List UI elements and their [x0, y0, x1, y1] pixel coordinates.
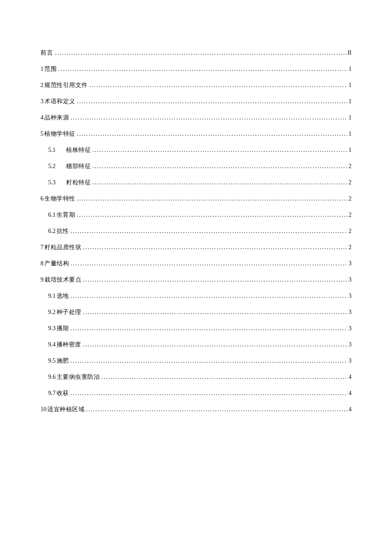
toc-entry: 9.4播种密度3	[48, 341, 352, 349]
toc-entry: 9.6主要病虫害防治4	[48, 373, 352, 381]
toc-entry-number: 2	[40, 82, 43, 89]
toc-dot-leader	[75, 195, 348, 202]
toc-entry-title: 适宜种植区域	[47, 406, 84, 413]
toc-entry-page: 1	[347, 114, 352, 121]
toc-entry: 前言II	[40, 49, 352, 57]
toc-entry-page: 3	[347, 325, 352, 332]
toc-entry-number: 6	[40, 195, 43, 202]
toc-entry-number: 5.3	[48, 179, 66, 186]
toc-dot-leader	[69, 325, 348, 332]
toc-dot-leader	[57, 66, 347, 73]
toc-dot-leader	[69, 260, 347, 267]
toc-entry-page: 3	[347, 293, 352, 299]
toc-entry-page: 1	[347, 131, 352, 137]
toc-entry-number: 9.2	[48, 309, 56, 316]
table-of-contents: 前言II1范围12规范性引用文件13术语和定义14品种来源15植物学特征15.1…	[40, 49, 352, 422]
toc-entry: 9.7收获4	[48, 389, 352, 397]
toc-entry-title: 抗性	[57, 227, 69, 235]
toc-entry: 10适宜种植区域4	[40, 406, 352, 413]
toc-entry: 9.3播期3	[48, 325, 352, 332]
toc-entry-number: 9.1	[48, 293, 56, 299]
toc-entry-page: 4	[347, 390, 352, 397]
toc-entry-page: 1	[347, 82, 352, 89]
toc-dot-leader	[69, 293, 348, 299]
toc-entry: 5.1植株特征1	[48, 146, 352, 154]
toc-entry-page: 2	[347, 244, 352, 251]
toc-entry-page: 1	[347, 66, 352, 73]
toc-entry-title: 产量结构	[44, 260, 69, 267]
toc-entry-page: 3	[347, 260, 352, 267]
toc-entry-title: 植物学特征	[44, 130, 75, 138]
toc-entry-number: 5.1	[48, 147, 66, 154]
toc-entry-page: 2	[347, 163, 352, 170]
toc-dot-leader	[100, 374, 347, 381]
toc-entry: 8产量结构3	[40, 260, 352, 267]
toc-entry-title: 植株特征	[66, 146, 91, 154]
toc-entry-number: 8	[40, 260, 43, 267]
toc-entry-number: 9.4	[48, 341, 56, 348]
toc-entry-title: 术语和定义	[44, 98, 75, 105]
toc-entry-page: 2	[347, 195, 352, 202]
toc-dot-leader	[81, 244, 347, 251]
toc-dot-leader	[75, 98, 348, 105]
toc-entry-number: 5	[40, 131, 43, 137]
toc-dot-leader	[75, 212, 347, 218]
toc-entry: 4品种来源1	[40, 114, 352, 122]
toc-dot-leader	[69, 390, 348, 397]
toc-entry-number: 1	[40, 66, 43, 73]
toc-entry: 2规范性引用文件1	[40, 81, 352, 89]
toc-dot-leader	[81, 276, 347, 283]
toc-entry-page: II	[347, 49, 352, 56]
toc-entry-title: 籽粒品质性状	[44, 244, 81, 251]
toc-dot-leader	[91, 147, 347, 154]
toc-entry-number: 9	[40, 276, 43, 283]
toc-entry-title: 品种来源	[44, 114, 69, 122]
toc-entry-number: 10	[40, 406, 46, 413]
toc-entry: 7籽粒品质性状2	[40, 244, 352, 251]
toc-entry-number: 3	[40, 98, 43, 105]
toc-dot-leader	[69, 228, 348, 235]
toc-entry-page: 2	[347, 212, 352, 218]
toc-entry: 1范围1	[40, 65, 352, 73]
toc-entry-page: 3	[347, 309, 352, 316]
toc-entry: 5.3籽粒特征2	[48, 179, 352, 186]
toc-entry: 9.5施肥3	[48, 357, 352, 365]
toc-entry: 6.2抗性2	[48, 227, 352, 235]
toc-entry-page: 1	[347, 147, 352, 154]
toc-entry-title: 施肥	[57, 357, 69, 365]
toc-entry-page: 1	[347, 98, 352, 105]
toc-dot-leader	[75, 131, 348, 137]
toc-dot-leader	[91, 179, 347, 186]
toc-entry-number: 9.5	[48, 357, 56, 364]
toc-entry-page: 2	[347, 179, 352, 186]
toc-entry: 9栽培技术要点3	[40, 276, 352, 284]
toc-entry-title: 主要病虫害防治	[57, 373, 100, 381]
toc-entry-number: 4	[40, 114, 43, 121]
toc-entry-title: 范围	[44, 65, 57, 73]
toc-entry-page: 3	[347, 276, 352, 283]
toc-dot-leader	[53, 49, 347, 56]
toc-entry-number: 9.3	[48, 325, 56, 332]
toc-entry-page: 2	[347, 228, 352, 235]
toc-dot-leader	[91, 163, 347, 170]
toc-entry: 3术语和定义1	[40, 98, 352, 105]
toc-entry-number: 5.2	[48, 163, 66, 170]
toc-entry-number: 9.7	[48, 390, 56, 397]
toc-entry-title: 籽粒特征	[66, 179, 91, 186]
toc-entry: 6生物学特性2	[40, 195, 352, 203]
toc-entry-page: 4	[347, 406, 352, 413]
toc-entry-title: 播种密度	[57, 341, 81, 349]
toc-entry: 9.2种子处理3	[48, 308, 352, 316]
toc-entry: 5植物学特征1	[40, 130, 352, 138]
toc-entry: 5.2穗部特征2	[48, 163, 352, 170]
toc-entry-title: 种子处理	[57, 308, 81, 316]
toc-entry-title: 规范性引用文件	[44, 81, 88, 89]
toc-dot-leader	[88, 82, 348, 89]
toc-dot-leader	[81, 341, 348, 348]
toc-entry-number: 6.2	[48, 228, 56, 235]
toc-entry-page: 4	[347, 374, 352, 381]
toc-entry-title: 生育期	[57, 211, 75, 219]
toc-entry-title: 生物学特性	[44, 195, 75, 203]
toc-dot-leader	[81, 309, 348, 316]
toc-entry-page: 3	[347, 357, 352, 364]
